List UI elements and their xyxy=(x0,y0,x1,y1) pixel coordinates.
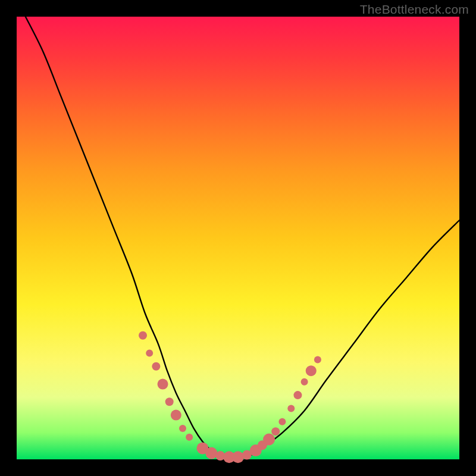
data-marker xyxy=(263,434,275,446)
data-marker xyxy=(165,397,174,406)
data-marker xyxy=(179,425,186,432)
data-marker xyxy=(158,379,168,390)
data-marker xyxy=(205,447,217,459)
data-marker xyxy=(293,391,302,399)
data-marker xyxy=(278,418,286,425)
data-marker xyxy=(186,434,193,441)
bottleneck-curve xyxy=(26,17,459,460)
watermark-text: TheBottleneck.com xyxy=(360,2,469,17)
data-marker xyxy=(139,331,147,340)
data-marker xyxy=(314,356,321,364)
data-marker xyxy=(152,362,160,371)
marker-group xyxy=(139,331,321,464)
plot-area xyxy=(17,17,459,459)
data-marker xyxy=(287,405,295,412)
data-marker xyxy=(232,451,244,463)
data-marker xyxy=(171,410,181,421)
data-marker xyxy=(271,427,280,436)
chart-svg xyxy=(17,17,459,459)
outer-frame: TheBottleneck.com xyxy=(0,0,476,476)
data-marker xyxy=(301,378,308,386)
data-marker xyxy=(306,365,317,376)
data-marker xyxy=(146,349,153,356)
